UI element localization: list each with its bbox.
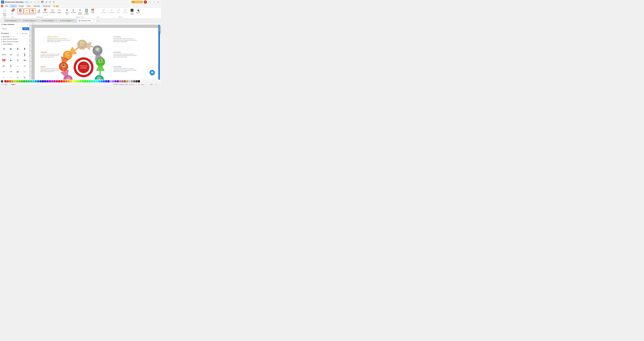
zoom-in-icon[interactable]: + bbox=[154, 84, 154, 85]
chat-fab-button[interactable]: 💬 bbox=[150, 70, 155, 75]
color-swatch[interactable] bbox=[58, 80, 60, 82]
canvas-scroll[interactable]: CREATIVE IDEAS Lorem ipsum dolor sit ame… bbox=[32, 25, 158, 80]
shape-lr-arrows[interactable]: ⇄ bbox=[15, 69, 21, 74]
page-thumbnail-button[interactable]: ⊞ bbox=[1, 83, 2, 85]
my-library-row[interactable]: ▶ My Library ✎ + ✕ bbox=[0, 35, 29, 38]
library-edit-button[interactable]: ✎ bbox=[18, 32, 21, 34]
plugin-button[interactable]: 🔌 Plug-in bbox=[135, 8, 141, 14]
menu-insert[interactable]: Insert bbox=[10, 4, 17, 7]
qr-codes-button[interactable]: ⬛ QRCodes bbox=[129, 8, 135, 15]
color-swatch[interactable] bbox=[9, 80, 11, 82]
search-input[interactable] bbox=[1, 27, 22, 30]
icon-button[interactable]: ⭐ Icon bbox=[24, 8, 30, 14]
undo-dropdown-button[interactable]: ▼ bbox=[34, 1, 36, 3]
color-swatch[interactable] bbox=[122, 80, 124, 82]
color-swatch[interactable] bbox=[140, 80, 142, 82]
shape-bent-arrow[interactable]: ↳ bbox=[22, 75, 28, 80]
shape-short-line[interactable]: — bbox=[22, 69, 28, 74]
color-swatch[interactable] bbox=[124, 80, 126, 82]
shape-up-arrow[interactable]: ⬆ bbox=[22, 46, 28, 51]
shape-small-right[interactable]: › bbox=[1, 75, 7, 80]
color-swatch[interactable] bbox=[72, 80, 74, 82]
color-swatch[interactable] bbox=[54, 80, 56, 82]
color-swatch[interactable] bbox=[51, 80, 53, 82]
page-number-button[interactable]: 🔢 PageNumber bbox=[83, 8, 90, 15]
color-swatch[interactable] bbox=[82, 80, 84, 82]
shape-down-arrow[interactable]: ⬇ bbox=[15, 46, 21, 51]
color-swatch[interactable] bbox=[16, 80, 18, 82]
color-swatch[interactable] bbox=[56, 80, 58, 82]
blank-page-button[interactable]: 📄 BlankPage bbox=[2, 8, 8, 16]
tab-business-plan[interactable]: 🌐 Business Plan ... ✕ bbox=[77, 19, 96, 22]
zoom-out-icon[interactable]: − bbox=[148, 84, 149, 85]
menu-file[interactable]: File bbox=[4, 5, 10, 7]
color-swatch[interactable] bbox=[42, 80, 44, 82]
shape-notch-arrow[interactable]: ⊳ bbox=[1, 63, 7, 69]
fit-page-button[interactable]: ⊡ bbox=[156, 83, 157, 85]
color-swatch[interactable] bbox=[117, 80, 119, 82]
date-button[interactable]: 📆 Date bbox=[90, 8, 95, 14]
comment-button[interactable]: 💬 Comment bbox=[122, 8, 129, 14]
tab-arrow-diagram-3[interactable]: Arrow Diagram 3 ✕ bbox=[40, 19, 58, 22]
menu-advanced[interactable]: Advanced bbox=[42, 5, 52, 7]
tab1-close[interactable]: ✕ bbox=[19, 20, 20, 21]
color-swatch[interactable] bbox=[103, 80, 105, 82]
color-swatch[interactable] bbox=[21, 80, 23, 82]
tab2-close[interactable]: ✕ bbox=[37, 20, 38, 21]
shape-left-right-arrow[interactable]: ⟺ bbox=[1, 52, 7, 57]
shape-lr-double[interactable]: ↔ bbox=[15, 63, 21, 69]
new-tab-button[interactable]: ⊕ bbox=[45, 0, 48, 3]
color-swatch[interactable] bbox=[70, 80, 72, 82]
share-button[interactable]: ⬆ bbox=[48, 0, 51, 3]
color-swatch[interactable] bbox=[30, 80, 32, 82]
formula-button[interactable]: Σ Formula bbox=[70, 8, 76, 14]
shape-small-left2[interactable]: « bbox=[15, 75, 21, 80]
color-swatch[interactable] bbox=[35, 80, 37, 82]
clipart-button[interactable]: 🎨 Clipart bbox=[30, 8, 36, 14]
color-swatch[interactable] bbox=[46, 80, 48, 82]
note-button[interactable]: 📝 Note bbox=[116, 8, 121, 14]
undo-button[interactable]: ↩ bbox=[30, 0, 33, 3]
basic-flowchart-shapes-item[interactable]: ▶ Basic Flowchart Shapes ✕ bbox=[0, 40, 29, 43]
more-button[interactable]: ▼ bbox=[52, 0, 55, 3]
color-swatch[interactable] bbox=[79, 80, 82, 82]
add-tab-button[interactable]: + bbox=[96, 19, 100, 22]
menu-design[interactable]: Design bbox=[17, 5, 25, 7]
color-swatch[interactable] bbox=[37, 80, 39, 82]
color-swatch[interactable] bbox=[49, 80, 51, 82]
color-swatch[interactable] bbox=[110, 80, 112, 82]
picture-button[interactable]: 🖼 Picture bbox=[17, 8, 24, 14]
color-swatch[interactable] bbox=[131, 80, 133, 82]
arrow-shapes-item[interactable]: ▼ Arrow Shapes ✕ bbox=[0, 43, 29, 45]
tab-arrow-diagram-4[interactable]: Arrow diagram 4 ✕ bbox=[59, 19, 76, 22]
save-button[interactable]: 💾 bbox=[40, 0, 44, 3]
color-swatch[interactable] bbox=[91, 80, 93, 82]
color-swatch[interactable] bbox=[75, 80, 77, 82]
fullscreen-button[interactable]: ⛶ bbox=[158, 83, 160, 85]
buy-now-button[interactable]: 🛒 Buy Now bbox=[131, 1, 143, 3]
color-swatch[interactable] bbox=[12, 80, 14, 82]
color-swatch[interactable] bbox=[77, 80, 79, 82]
color-swatch[interactable] bbox=[100, 80, 102, 82]
shape-ribbon-left[interactable]: 🎀 bbox=[1, 58, 7, 63]
color-swatch[interactable] bbox=[44, 80, 46, 82]
tab5-close[interactable]: ✕ bbox=[94, 20, 94, 21]
vector-text-button[interactable]: A VectorText bbox=[64, 8, 70, 15]
color-swatch[interactable] bbox=[28, 80, 30, 82]
buy-now-status[interactable]: Buy Now bbox=[129, 84, 134, 85]
search-button[interactable]: Search bbox=[22, 27, 29, 30]
shape-curved-left[interactable]: ↩ bbox=[1, 69, 7, 74]
menu-symbols[interactable]: Symbols bbox=[32, 5, 41, 7]
color-swatch[interactable] bbox=[112, 80, 114, 82]
color-swatch[interactable] bbox=[133, 80, 135, 82]
color-swatch[interactable] bbox=[26, 80, 28, 82]
color-swatch[interactable] bbox=[32, 80, 34, 82]
menu-view[interactable]: View bbox=[26, 5, 32, 7]
manage-button[interactable]: Manage bbox=[21, 32, 28, 34]
shape-ribbon-right[interactable]: ➤ bbox=[8, 58, 14, 63]
color-swatch[interactable] bbox=[23, 80, 25, 82]
panel-collapse-button[interactable]: « bbox=[27, 23, 28, 25]
hyperlink-button[interactable]: 🔗 Hyperlink bbox=[100, 8, 107, 14]
color-swatch[interactable] bbox=[96, 80, 98, 82]
basic-drawing-close-icon[interactable]: ✕ bbox=[27, 38, 28, 40]
